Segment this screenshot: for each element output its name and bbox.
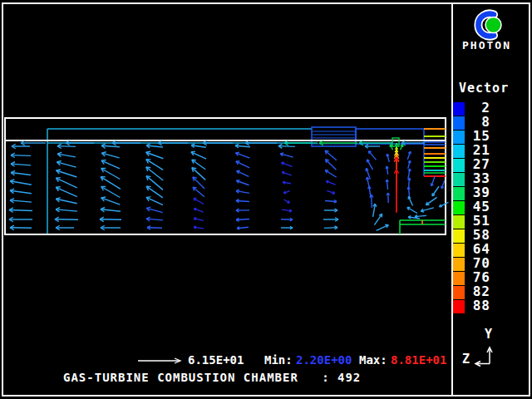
legend-color-swatch	[453, 243, 465, 257]
reference-arrow-icon	[137, 356, 183, 366]
legend-entry: 39	[453, 186, 528, 200]
legend-color-swatch	[453, 229, 465, 243]
legend-entry: 33	[453, 172, 528, 186]
legend-entry: 64	[453, 243, 528, 257]
legend-color-swatch	[453, 130, 465, 144]
legend-entry: 51	[453, 214, 528, 229]
max-value: 8.81E+01	[391, 354, 446, 367]
max-label: Max:	[359, 354, 387, 367]
brand-label: PHOTON	[462, 40, 511, 52]
legend-entry: 70	[453, 257, 528, 271]
legend-color-swatch	[453, 116, 465, 130]
vector-field	[9, 140, 448, 230]
legend-color-swatch	[453, 186, 465, 200]
legend-color-swatch	[453, 214, 465, 229]
legend-entry: 76	[453, 271, 528, 285]
min-value: 2.20E+00	[296, 354, 352, 367]
legend-entry: 88	[453, 299, 528, 313]
axis-arrows-icon	[474, 343, 495, 368]
legend-entry: 45	[453, 200, 528, 214]
legend-entry: 27	[453, 158, 528, 172]
legend-color-swatch	[453, 257, 465, 271]
legend-color-swatch	[453, 285, 465, 299]
legend-color-swatch	[453, 200, 465, 214]
legend-entry: 8	[453, 116, 528, 130]
photon-window: PHOTON Vector 28152127333945515864707682…	[0, 0, 532, 399]
legend-color-swatch	[453, 101, 465, 116]
legend-title: Vector	[459, 81, 509, 96]
legend-color-swatch	[453, 158, 465, 172]
photon-logo-icon	[470, 8, 507, 42]
legend-color-swatch	[453, 299, 465, 313]
plot-title: GAS-TURBINE COMBUSTION CHAMBER : 492	[63, 372, 361, 384]
legend-entry: 58	[453, 229, 528, 243]
vector-plot-canvas[interactable]	[0, 0, 532, 399]
legend-color-swatch	[453, 144, 465, 158]
legend-entry: 82	[453, 285, 528, 299]
min-label: Min:	[264, 354, 293, 367]
legend-color-swatch	[453, 271, 465, 285]
axis-z-label: Z	[462, 352, 470, 367]
legend-entry: 15	[453, 130, 528, 144]
legend-value-label: 88	[464, 299, 490, 313]
reference-value: 6.15E+01	[188, 354, 244, 367]
axis-y-label: Y	[485, 328, 492, 342]
legend-color-swatch	[453, 172, 465, 186]
legend-entry: 2	[453, 101, 528, 116]
legend-entry: 21	[453, 144, 528, 158]
